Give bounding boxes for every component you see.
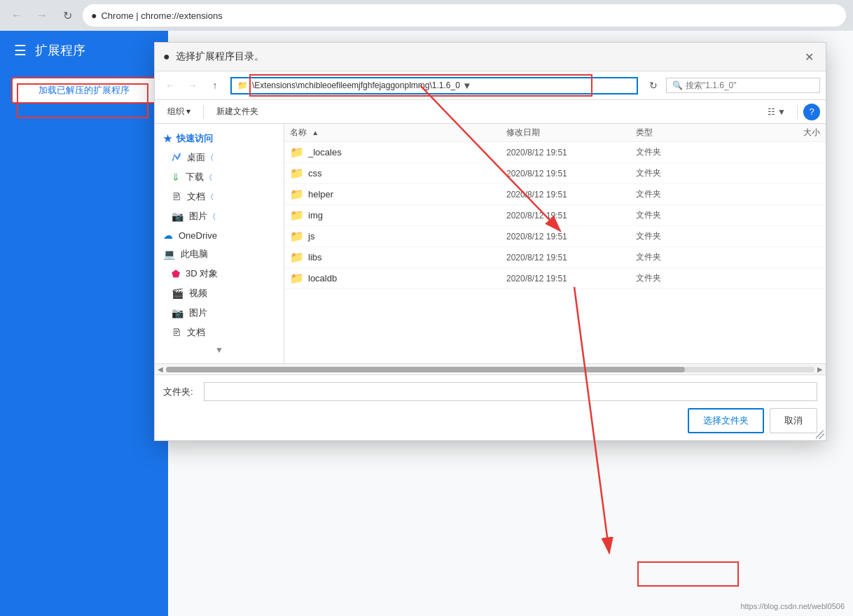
pin-icon-documents: 〈 [211, 192, 213, 201]
desktop-icon: 🗲 [172, 152, 181, 163]
search-icon: 🔍 [672, 80, 683, 90]
col-header-size[interactable]: 大小 [744, 127, 820, 139]
sidebar-item-this-pc[interactable]: 💻 此电脑 [155, 244, 284, 264]
scroll-down-arrow: ▼ [215, 345, 223, 355]
dialog-up-button[interactable]: ↑ [205, 76, 225, 95]
sidebar-header: ☰ 扩展程序 [0, 31, 168, 70]
file-type-1: 文件夹 [636, 167, 744, 179]
file-date-4: 2020/8/12 19:51 [506, 232, 636, 241]
col-header-name[interactable]: 名称 ▲ [290, 127, 506, 139]
sidebar-title: 扩展程序 [35, 42, 85, 59]
dialog-chrome-icon: ● [163, 50, 170, 63]
forward-button[interactable]: → [32, 6, 52, 25]
sidebar-item-documents[interactable]: 🖹 文档 〈 [155, 187, 284, 206]
sidebar-item-3d[interactable]: ⬟ 3D 对象 [155, 264, 284, 284]
file-date-2: 2020/8/12 19:51 [506, 190, 636, 200]
folder-input[interactable] [204, 382, 817, 401]
file-date-1: 2020/8/12 19:51 [506, 169, 636, 178]
folder-icon-3: 📁 [290, 209, 304, 222]
documents2-icon: 🖹 [172, 327, 181, 338]
sidebar-item-downloads[interactable]: ⇓ 下载 〈 [155, 167, 284, 187]
dialog-footer: 文件夹: 选择文件夹 取消 [155, 374, 826, 440]
documents2-label: 文档 [187, 326, 205, 339]
folder-icon-5: 📁 [290, 251, 304, 264]
file-name-cell-5: 📁 libs [290, 251, 506, 264]
downloads-label: 下载 [186, 171, 204, 183]
file-row-5[interactable]: 📁 libs 2020/8/12 19:51 文件夹 [284, 247, 826, 268]
file-type-2: 文件夹 [636, 188, 744, 200]
sidebar-scroll-down[interactable]: ▼ [155, 342, 284, 358]
col-header-type[interactable]: 类型 [636, 127, 744, 139]
file-name-4: js [308, 231, 314, 241]
file-date-6: 2020/8/12 19:51 [506, 274, 636, 284]
file-date-3: 2020/8/12 19:51 [506, 211, 636, 220]
path-text: \Extensions\mchibleoefileemjfghfejaggonp… [252, 80, 460, 90]
hscroll-track[interactable] [166, 367, 814, 372]
file-row-1[interactable]: 📁 css 2020/8/12 19:51 文件夹 [284, 163, 826, 184]
dialog-back-button[interactable]: ← [160, 76, 180, 95]
3d-label: 3D 对象 [186, 267, 218, 280]
file-name-cell-3: 📁 img [290, 209, 506, 222]
quick-access-label: 快速访问 [176, 132, 213, 145]
sidebar-item-pictures2[interactable]: 📷 图片 [155, 303, 284, 323]
file-name-cell-6: 📁 localdb [290, 272, 506, 285]
dialog-toolbar: 组织 ▾ 新建文件夹 ☷ ▼ ? [155, 100, 826, 124]
file-type-4: 文件夹 [636, 230, 744, 242]
extensions-sidebar: ☰ 扩展程序 加载已解压的扩展程序 [0, 31, 168, 616]
sidebar-item-pictures[interactable]: 📷 图片 〈 [155, 206, 284, 226]
file-date-0: 2020/8/12 19:51 [506, 148, 636, 158]
this-pc-label: 此电脑 [181, 248, 208, 260]
hscroll-left-button[interactable]: ◀ [158, 365, 163, 373]
load-extension-button[interactable]: 加载已解压的扩展程序 [11, 77, 157, 104]
this-pc-icon: 💻 [163, 248, 175, 260]
help-button[interactable]: ? [803, 104, 820, 120]
reload-button[interactable]: ↻ [57, 6, 77, 25]
file-row-6[interactable]: 📁 localdb 2020/8/12 19:51 文件夹 [284, 268, 826, 289]
search-input[interactable] [686, 80, 814, 90]
hscroll-right-button[interactable]: ▶ [817, 365, 823, 373]
path-dropdown-button[interactable]: ▼ [460, 80, 474, 91]
toolbar-separator [203, 105, 204, 119]
path-box[interactable]: 📁 \Extensions\mchibleoefileemjfghfejaggo… [230, 77, 638, 94]
file-name-1: css [308, 168, 322, 178]
file-type-0: 文件夹 [636, 146, 744, 158]
view-button[interactable]: ☷ ▼ [762, 104, 791, 120]
resize-handle[interactable] [816, 430, 824, 439]
cancel-button[interactable]: 取消 [770, 408, 817, 433]
pin-icon-desktop: 〈 [211, 153, 213, 162]
file-row-0[interactable]: 📁 _locales 2020/8/12 19:51 文件夹 [284, 142, 826, 163]
dialog-close-button[interactable]: ✕ [800, 48, 817, 65]
hamburger-icon[interactable]: ☰ [14, 42, 27, 59]
file-name-cell-2: 📁 helper [290, 188, 506, 201]
sidebar-item-documents2[interactable]: 🖹 文档 [155, 323, 284, 342]
horizontal-scrollbar[interactable]: ◀ ▶ [155, 363, 826, 374]
folder-label: 文件夹: [163, 386, 198, 398]
pictures-label: 图片 [189, 210, 207, 223]
refresh-button[interactable]: ↻ [644, 76, 663, 95]
col-header-date[interactable]: 修改日期 [506, 127, 636, 139]
3d-icon: ⬟ [172, 268, 180, 279]
back-button[interactable]: ← [7, 6, 27, 25]
address-bar[interactable]: ● Chrome | chrome://extensions [83, 4, 846, 27]
file-name-5: libs [308, 252, 322, 262]
star-icon: ★ [163, 133, 172, 144]
file-type-5: 文件夹 [636, 251, 744, 263]
videos-label: 视频 [189, 287, 207, 300]
toolbar-separator-2 [797, 105, 798, 119]
file-name-3: img [308, 210, 323, 220]
sidebar-item-videos[interactable]: 🎬 视频 [155, 284, 284, 303]
file-row-2[interactable]: 📁 helper 2020/8/12 19:51 文件夹 [284, 184, 826, 205]
file-row-4[interactable]: 📁 js 2020/8/12 19:51 文件夹 [284, 226, 826, 247]
file-row-3[interactable]: 📁 img 2020/8/12 19:51 文件夹 [284, 205, 826, 226]
sidebar-item-onedrive[interactable]: ☁ OneDrive [155, 226, 284, 244]
organize-button[interactable]: 组织 ▾ [160, 103, 197, 120]
sidebar-item-desktop[interactable]: 🗲 桌面 〈 [155, 148, 284, 167]
new-folder-button[interactable]: 新建文件夹 [209, 103, 265, 120]
pin-icon-downloads: 〈 [209, 173, 211, 181]
toolbar-right: ☷ ▼ ? [762, 104, 820, 120]
dialog-forward-button[interactable]: → [183, 76, 202, 95]
dialog-title: 选择扩展程序目录。 [176, 50, 795, 63]
sort-arrow: ▲ [312, 129, 319, 136]
select-folder-button[interactable]: 选择文件夹 [688, 408, 764, 433]
search-box[interactable]: 🔍 [666, 78, 820, 93]
